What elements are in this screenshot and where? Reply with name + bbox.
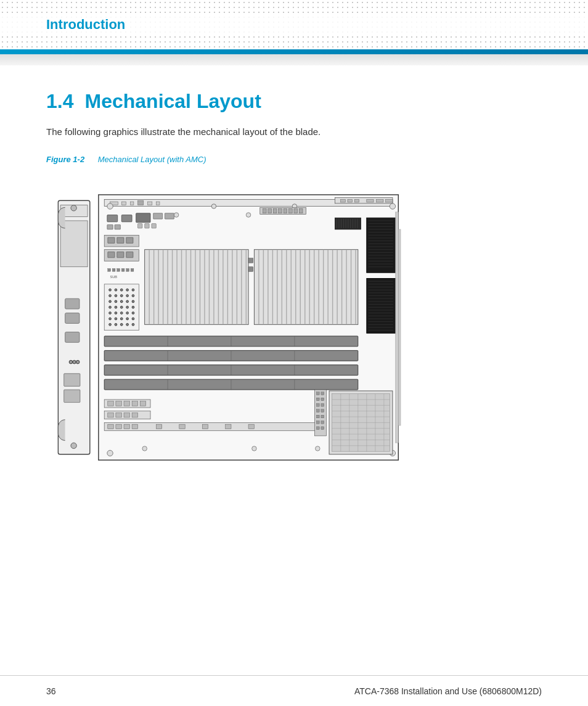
svg-rect-156 [248, 258, 253, 262]
figure-container: SUB [52, 179, 542, 475]
svg-rect-27 [386, 199, 393, 202]
svg-rect-214 [124, 424, 129, 429]
left-panel [58, 200, 89, 454]
svg-point-221 [142, 446, 147, 450]
svg-rect-263 [316, 403, 319, 406]
section-title: Mechanical Layout [84, 90, 261, 113]
svg-rect-208 [116, 413, 121, 417]
svg-rect-275 [398, 229, 401, 425]
svg-rect-26 [377, 199, 383, 202]
svg-rect-274 [321, 426, 324, 429]
header-white-band: Introduction [0, 14, 588, 36]
section-description: The following graphics illustrate the me… [46, 125, 542, 139]
svg-rect-79 [165, 213, 174, 218]
svg-point-240 [109, 306, 112, 308]
svg-rect-270 [321, 403, 324, 406]
svg-rect-271 [321, 409, 324, 412]
header-title-bar: Introduction [0, 0, 588, 49]
svg-point-257 [120, 323, 123, 326]
svg-rect-209 [124, 413, 129, 417]
svg-rect-12 [64, 390, 80, 403]
svg-point-251 [115, 318, 117, 320]
svg-rect-22 [341, 199, 345, 202]
header: Introduction [0, 0, 588, 49]
svg-rect-210 [132, 413, 137, 417]
svg-point-252 [120, 318, 123, 320]
svg-rect-85 [268, 208, 272, 213]
svg-rect-218 [202, 424, 208, 429]
svg-rect-25 [367, 199, 374, 202]
svg-rect-194 [108, 268, 111, 271]
svg-rect-28 [367, 218, 396, 273]
svg-point-245 [109, 311, 112, 314]
svg-rect-157 [248, 266, 253, 271]
svg-point-239 [132, 300, 134, 303]
svg-rect-201 [108, 401, 113, 405]
svg-point-67 [107, 203, 113, 208]
gray-decorative-bar [0, 54, 588, 65]
svg-rect-204 [132, 401, 137, 405]
svg-rect-86 [273, 208, 277, 213]
main-pcb [99, 194, 401, 459]
svg-rect-202 [116, 401, 121, 405]
svg-rect-47 [367, 278, 396, 333]
svg-point-249 [132, 311, 134, 314]
svg-rect-89 [289, 208, 293, 213]
svg-rect-18 [137, 200, 143, 205]
svg-rect-265 [316, 415, 319, 418]
svg-rect-164 [117, 252, 124, 257]
section-number: 1.4 [46, 90, 73, 113]
svg-point-92 [174, 212, 178, 216]
svg-point-226 [115, 289, 117, 291]
svg-rect-162 [126, 237, 133, 243]
figure-caption: Figure 1-2 Mechanical Layout (with AMC) [46, 155, 542, 164]
svg-rect-75 [115, 224, 120, 229]
header-title: Introduction [46, 17, 125, 33]
svg-rect-268 [321, 392, 324, 395]
svg-point-230 [109, 294, 112, 297]
svg-point-229 [132, 289, 134, 291]
blue-accent-bar [0, 49, 588, 54]
section-heading: 1.4 Mechanical Layout [46, 90, 542, 113]
svg-rect-23 [348, 199, 352, 202]
svg-rect-216 [156, 424, 161, 429]
svg-point-233 [126, 294, 129, 297]
svg-rect-198 [126, 268, 129, 271]
svg-rect-133 [254, 249, 357, 324]
svg-point-246 [115, 311, 117, 314]
svg-rect-199 [131, 268, 134, 271]
svg-rect-74 [107, 224, 113, 229]
svg-rect-197 [121, 268, 125, 271]
svg-point-236 [115, 300, 117, 303]
svg-point-223 [316, 446, 320, 450]
svg-rect-7 [65, 332, 80, 342]
svg-point-256 [115, 323, 117, 326]
svg-rect-81 [145, 223, 149, 228]
svg-text:SUB: SUB [110, 275, 118, 279]
svg-point-242 [120, 306, 123, 308]
svg-point-243 [126, 306, 129, 308]
svg-rect-272 [321, 415, 324, 418]
svg-point-227 [120, 289, 123, 291]
svg-rect-66 [396, 211, 399, 442]
svg-rect-262 [316, 398, 319, 401]
svg-rect-219 [226, 424, 231, 429]
svg-point-71 [211, 203, 216, 208]
svg-rect-17 [130, 202, 134, 205]
svg-rect-87 [279, 208, 282, 213]
svg-point-244 [132, 306, 134, 308]
svg-point-228 [126, 289, 129, 291]
svg-point-225 [109, 289, 112, 291]
svg-rect-217 [179, 424, 185, 429]
svg-rect-220 [248, 424, 254, 429]
svg-point-235 [109, 300, 112, 303]
svg-rect-213 [116, 424, 121, 429]
svg-rect-215 [132, 424, 137, 429]
figure-title: Mechanical Layout (with AMC) [98, 155, 206, 164]
svg-point-241 [115, 306, 117, 308]
main-content: 1.4 Mechanical Layout The following grap… [0, 65, 588, 525]
svg-point-231 [115, 294, 117, 297]
svg-point-238 [126, 300, 129, 303]
mechanical-layout-diagram: SUB [52, 179, 410, 475]
svg-point-8 [69, 360, 73, 364]
